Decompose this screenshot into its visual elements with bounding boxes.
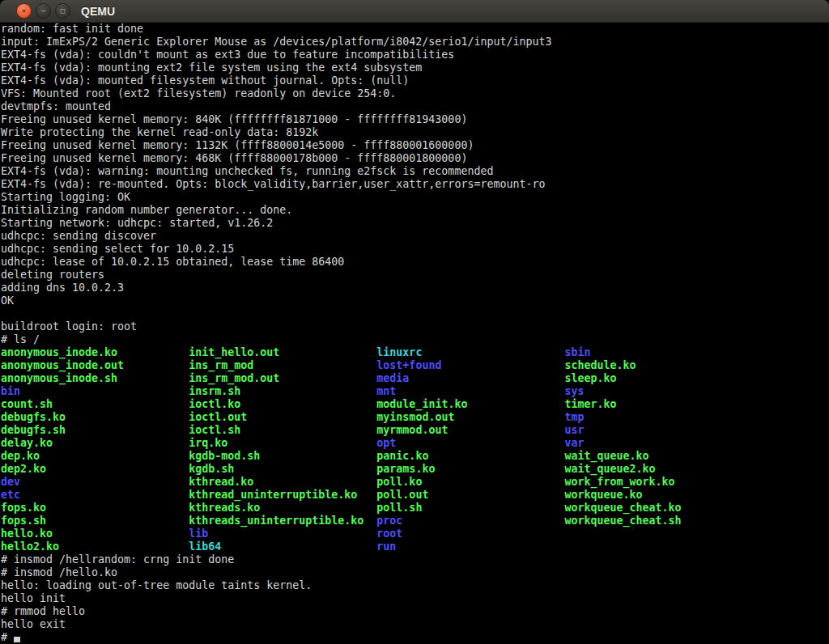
ls-entry: debugfs.sh (1, 424, 189, 436)
ls-entry: kthreads_uninterruptible.ko (189, 515, 376, 527)
close-icon: ✕ (22, 7, 26, 15)
console-line: dep2.ko kgdb.sh params.ko wait_queue2.ko (1, 463, 829, 476)
ls-entry: proc (376, 515, 564, 527)
console-line: input: ImExPS/2 Generic Explorer Mouse a… (1, 36, 829, 49)
ls-entry: delay.ko (1, 437, 189, 449)
console-line: debugfs.ko ioctl.out myinsmod.out tmp (1, 411, 829, 424)
console-line: udhcpc: lease of 10.0.2.15 obtained, lea… (1, 256, 829, 269)
console-screen[interactable]: random: fast init doneinput: ImExPS/2 Ge… (0, 23, 829, 644)
ls-entry: media (376, 372, 564, 384)
ls-entry: dev (1, 476, 189, 488)
console-line: EXT4-fs (vda): mounting ext2 file system… (1, 61, 829, 74)
ls-entry: kgdb-mod.sh (189, 450, 376, 462)
console-line: devtmpfs: mounted (1, 100, 829, 113)
ls-entry: kgdb.sh (189, 463, 376, 475)
console-line: dev kthread.ko poll.ko work_from_work.ko (1, 476, 829, 489)
console-line: EXT4-fs (vda): couldn't mount as ext3 du… (1, 49, 829, 61)
console-line: anonymous_inode.sh ins_rm_mod.out media … (1, 372, 829, 385)
ls-entry: panic.ko (376, 450, 564, 462)
ls-entry: fops.ko (1, 502, 189, 514)
console-line: Starting logging: OK (1, 191, 829, 204)
console-line: # insmod /hellrandom: crng init done (1, 553, 829, 566)
ls-entry: workqueue.ko (565, 489, 643, 501)
console-line: adding dns 10.0.2.3 (1, 282, 829, 294)
shell-prompt: # (1, 631, 14, 643)
ls-entry: dep.ko (1, 450, 189, 462)
ls-entry: sys (565, 385, 585, 397)
ls-entry: debugfs.ko (1, 411, 189, 423)
console-line: hello.ko lib root (1, 527, 829, 540)
ls-entry: lib64 (189, 540, 376, 553)
ls-entry: ins_rm_mod.out (189, 372, 376, 384)
titlebar[interactable]: ✕ − □ QEMU (0, 0, 829, 23)
ls-entry: bin (1, 385, 189, 397)
console-line: hello exit (1, 618, 829, 631)
console-line: hello: loading out-of-tree module taints… (1, 579, 829, 592)
ls-entry: ins_rm_mod (189, 359, 376, 371)
ls-entry: anonymous_inode.out (1, 359, 189, 371)
console-line: deleting routers (1, 269, 829, 282)
console-line: udhcpc: sending discover (1, 230, 829, 243)
maximize-icon: □ (61, 7, 65, 15)
close-button[interactable]: ✕ (16, 3, 32, 19)
ls-entry: module_init.ko (376, 398, 564, 410)
console-line: udhcpc: sending select for 10.0.2.15 (1, 243, 829, 256)
ls-entry: root (376, 527, 402, 540)
ls-entry: lost+found (376, 359, 564, 371)
minimize-button[interactable]: − (36, 3, 51, 19)
console-line: etc kthread_uninterruptible.ko poll.out … (1, 489, 829, 502)
ls-entry: kthread_uninterruptible.ko (189, 489, 376, 501)
ls-entry: linuxrc (376, 346, 564, 358)
console-line: hello2.ko lib64 run (1, 540, 829, 553)
ls-entry: fops.sh (1, 515, 189, 527)
maximize-button[interactable]: □ (55, 3, 70, 19)
ls-entry: run (376, 540, 396, 553)
console-line: debugfs.sh ioctl.sh myrmmod.out usr (1, 424, 829, 437)
ls-entry: etc (1, 489, 189, 501)
ls-entry: myinsmod.out (376, 411, 564, 423)
ls-entry: ioctl.ko (189, 398, 376, 410)
ls-entry: params.ko (376, 463, 564, 475)
console-line: # (1, 631, 829, 644)
console-line: Write protecting the kernel read-only da… (1, 126, 829, 139)
ls-entry: anonymous_inode.ko (1, 346, 189, 358)
console-line: # rmmod hello (1, 605, 829, 618)
ls-entry: var (565, 437, 585, 449)
ls-entry: kthreads.ko (189, 502, 376, 514)
ls-entry: schedule.ko (565, 359, 636, 371)
ls-entry: dep2.ko (1, 463, 189, 475)
ls-entry: poll.ko (376, 476, 564, 488)
console-line: buildroot login: root (1, 320, 829, 333)
ls-entry: count.sh (1, 398, 189, 410)
ls-entry: ioctl.sh (189, 424, 376, 436)
console-line: delay.ko irq.ko opt var (1, 437, 829, 450)
console-line: # insmod /hello.ko (1, 566, 829, 579)
console-line: EXT4-fs (vda): mounted filesystem withou… (1, 74, 829, 87)
ls-entry: anonymous_inode.sh (1, 372, 189, 384)
text-cursor (14, 637, 20, 642)
console-line: Freeing unused kernel memory: 468K (ffff… (1, 152, 829, 165)
console-line: anonymous_inode.ko init_hello.out linuxr… (1, 346, 829, 359)
ls-entry: timer.ko (565, 398, 617, 410)
console-line: EXT4-fs (vda): re-mounted. Opts: block_v… (1, 178, 829, 191)
console-line: count.sh ioctl.ko module_init.ko timer.k… (1, 398, 829, 411)
ls-entry: wait_queue2.ko (565, 463, 656, 475)
console-line: anonymous_inode.out ins_rm_mod lost+foun… (1, 359, 829, 372)
ls-entry: sbin (565, 346, 591, 358)
console-line: VFS: Mounted root (ext2 filesystem) read… (1, 87, 829, 100)
minimize-icon: − (40, 7, 45, 15)
ls-entry: kthread.ko (189, 476, 376, 488)
console-line: hello init (1, 592, 829, 605)
console-line: Freeing unused kernel memory: 840K (ffff… (1, 113, 829, 126)
ls-entry: work_from_work.ko (565, 476, 675, 488)
window-title: QEMU (81, 5, 115, 18)
console-line: Starting network: udhcpc: started, v1.26… (1, 217, 829, 230)
console-line: fops.ko kthreads.ko poll.sh workqueue_ch… (1, 502, 829, 515)
ls-entry: workqueue_cheat.ko (565, 502, 682, 514)
ls-entry: wait_queue.ko (565, 450, 649, 462)
ls-entry: sleep.ko (565, 372, 617, 384)
console-line: Initializing random number generator... … (1, 204, 829, 217)
console-line: fops.sh kthreads_uninterruptible.ko proc… (1, 515, 829, 527)
ls-entry: init_hello.out (189, 346, 376, 358)
ls-entry: myrmmod.out (376, 424, 564, 436)
